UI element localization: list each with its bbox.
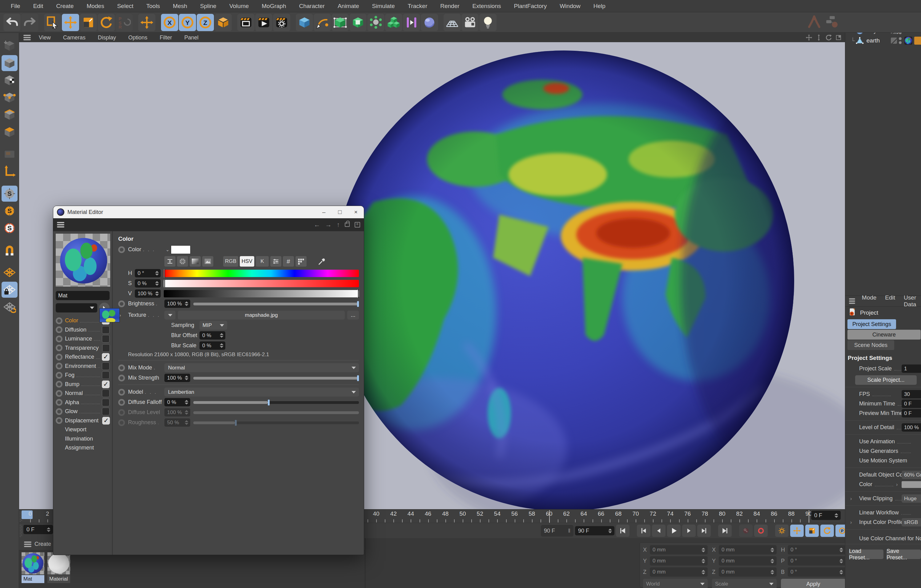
coord-scale-y-field[interactable]: 0 mm [719, 556, 777, 565]
prev-key-icon[interactable] [637, 524, 651, 537]
saturation-field[interactable]: 0 % [135, 279, 161, 288]
key-rotation-icon[interactable] [820, 524, 834, 537]
animation-dot[interactable] [118, 389, 125, 396]
attributes-menu-icon[interactable] [849, 297, 855, 305]
render-settings-icon[interactable] [273, 14, 290, 31]
animation-dot[interactable] [118, 399, 125, 406]
polygon-mode-icon[interactable] [2, 124, 18, 140]
enable-snap-icon[interactable]: S [2, 186, 18, 202]
coord-rotation-h-field[interactable]: 0 ° [788, 545, 846, 554]
prev-frame-icon[interactable] [652, 524, 666, 537]
viewport-menu-display[interactable]: Display [92, 34, 122, 41]
channel-checkbox[interactable] [102, 417, 110, 425]
minimize-button[interactable]: – [316, 206, 332, 218]
default-object-color-dropdown[interactable]: 60% Gray [901, 471, 921, 479]
color-swatch[interactable] [901, 481, 921, 488]
value-field[interactable]: 100 % [135, 289, 161, 298]
cloner-icon[interactable] [367, 14, 384, 31]
swatches-icon[interactable] [296, 256, 307, 267]
attributes-menu-user-data[interactable]: User Data [900, 294, 921, 308]
current-frame-spin-arrows[interactable] [47, 527, 51, 532]
apply-button[interactable]: Apply [781, 579, 846, 588]
coord-position-x-field[interactable]: 0 mm [650, 545, 708, 554]
model-mode-icon[interactable] [2, 55, 18, 71]
hue-field[interactable]: 0 ° [135, 269, 161, 277]
key-scale-icon[interactable] [805, 524, 819, 537]
channel-radio[interactable] [56, 390, 62, 397]
snap-2d-icon[interactable]: S [2, 220, 18, 236]
channel-checkbox[interactable] [102, 371, 110, 379]
animation-dot[interactable] [118, 365, 125, 371]
mix-strength-field[interactable]: 100 % [164, 374, 190, 382]
array-icon[interactable] [385, 14, 402, 31]
eyedropper-icon[interactable] [316, 256, 327, 267]
scale-project-button[interactable]: Scale Project... [855, 375, 917, 385]
menu-mograph[interactable]: MoGraph [255, 0, 293, 12]
menu-help[interactable]: Help [587, 0, 612, 12]
viewport-menu-panel[interactable]: Panel [178, 34, 205, 41]
material-manager-menu-icon[interactable] [24, 541, 31, 548]
color-swatch[interactable] [171, 245, 190, 254]
tab-scene-nodes[interactable]: Scene Nodes [848, 340, 894, 350]
axis-mode-icon[interactable] [2, 163, 18, 179]
viewport-menu-options[interactable]: Options [122, 34, 154, 41]
next-key-icon[interactable] [697, 524, 711, 537]
color-wheel-icon[interactable] [177, 256, 188, 267]
channel-illumination[interactable]: Illumination [56, 434, 110, 444]
spline-pen-icon[interactable] [314, 14, 331, 31]
material-preview[interactable] [56, 234, 110, 287]
channel-environment[interactable]: Environment [56, 362, 110, 371]
channel-bump[interactable]: Bump [56, 380, 110, 389]
attributes-menu-mode[interactable]: Mode [858, 294, 881, 308]
hex-icon[interactable]: # [283, 256, 294, 267]
primitive-cube-icon[interactable] [296, 14, 313, 31]
menu-mesh[interactable]: Mesh [166, 0, 194, 12]
new-window-icon[interactable] [355, 222, 360, 228]
play-icon[interactable] [667, 524, 680, 537]
move-icon[interactable] [62, 14, 79, 31]
transport-grip[interactable] [20, 524, 23, 537]
rotate-view-icon[interactable] [825, 34, 833, 41]
channel-luminance[interactable]: Luminance [56, 334, 110, 344]
lock-workplane-icon[interactable] [2, 282, 18, 298]
color-spectrum-icon[interactable] [190, 256, 201, 267]
channel-radio[interactable] [56, 363, 62, 370]
load-preset-button[interactable]: Load Preset... [849, 549, 884, 559]
record-key-icon[interactable] [739, 524, 753, 537]
channel-radio[interactable] [56, 336, 62, 342]
mix-strength-slider[interactable] [193, 375, 359, 382]
current-frame-spinner[interactable]: 0 F [23, 525, 53, 534]
viewport-menu-filter[interactable]: Filter [154, 34, 178, 41]
viewport-menu-view[interactable]: View [33, 34, 57, 41]
channel-radio[interactable] [56, 408, 62, 415]
channel-checkbox[interactable] [102, 407, 110, 415]
chevron-down-icon[interactable]: ⌄ [166, 247, 169, 252]
channel-checkbox[interactable] [102, 353, 110, 361]
material-thumb-mat[interactable]: Mat [21, 552, 44, 583]
range-end-box[interactable]: 90 F‖ [541, 525, 573, 537]
channel-radio[interactable] [56, 372, 62, 379]
channel-radio[interactable] [56, 344, 62, 351]
point-mode-icon[interactable] [2, 90, 18, 106]
channel-displacement[interactable]: Displacement [56, 416, 110, 425]
scale-icon[interactable] [80, 14, 97, 31]
axis-x-icon[interactable]: X [161, 14, 178, 31]
coord-rotation-b-field[interactable]: 0 ° [788, 567, 846, 577]
object-row-earth[interactable]: └ earth [845, 36, 921, 46]
object-label[interactable]: earth [867, 37, 880, 44]
preview-dropdown[interactable] [56, 303, 97, 313]
coord-scale-z-field[interactable]: 0 mm [719, 567, 777, 577]
coord-space-dropdown[interactable]: World [643, 579, 708, 588]
menu-spline[interactable]: Spline [194, 0, 223, 12]
snap-3d-icon[interactable]: S [2, 203, 18, 219]
connect-icon[interactable] [403, 14, 420, 31]
tweak-mode-icon[interactable] [2, 146, 18, 162]
material-name[interactable]: Mat [21, 575, 44, 583]
menu-plantfactory[interactable]: PlantFactory [508, 0, 553, 12]
expand-icon[interactable]: › [850, 520, 852, 525]
keyframe-settings-icon[interactable] [775, 524, 789, 537]
expand-icon[interactable]: › [850, 496, 852, 502]
menu-tracker[interactable]: Tracker [401, 0, 434, 12]
brightness-field[interactable]: 100 % [164, 300, 190, 308]
menu-tools[interactable]: Tools [140, 0, 166, 12]
